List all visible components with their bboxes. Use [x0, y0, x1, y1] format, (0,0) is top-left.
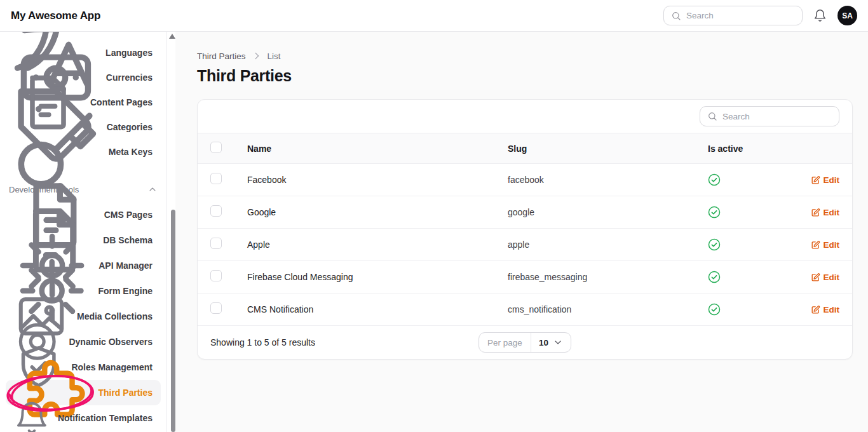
sidebar-item-label: Form Engine [98, 286, 153, 296]
edit-label: Edit [824, 208, 840, 217]
check-circle-icon [707, 205, 721, 219]
row-checkbox[interactable] [210, 173, 222, 184]
cell-name: Firebase Cloud Messaging [247, 272, 508, 282]
cell-is-active [692, 270, 768, 284]
check-circle-icon [707, 238, 721, 252]
sidebar-item-label: API Manager [98, 260, 153, 271]
edit-icon [811, 273, 820, 282]
sidebar-scrollbar-up-arrow[interactable] [169, 34, 175, 39]
table-row: Firebase Cloud Messagingfirebase_messagi… [198, 261, 852, 294]
table-row: CMS Notificationcms_notificationEdit [198, 294, 852, 326]
per-page-value: 10 [539, 338, 548, 348]
app-title: My Awesome App [11, 10, 100, 22]
cell-is-active [692, 238, 768, 252]
sidebar-item-label: DB Schema [103, 235, 153, 245]
table-search-placeholder: Search [722, 112, 750, 121]
cell-name: CMS Notification [247, 304, 508, 314]
edit-icon [811, 240, 820, 250]
chevron-up-icon [147, 184, 158, 194]
avatar[interactable]: SA [837, 6, 857, 25]
sidebar-item-label: Dynamic Observers [69, 337, 153, 347]
edit-icon [811, 305, 820, 314]
sidebar-item-label: Content Pages [90, 97, 153, 107]
edit-button[interactable]: Edit [811, 305, 840, 314]
table-card: Search Name Slug Is active Facebookfaceb… [197, 99, 853, 360]
table-row: FacebookfacebookEdit [198, 164, 852, 196]
row-checkbox[interactable] [210, 238, 222, 249]
cell-slug: firebase_messaging [508, 272, 692, 282]
table-row: AppleappleEdit [198, 229, 852, 261]
sidebar-nav-top: LanguagesCurrenciesContent PagesCategori… [0, 40, 175, 164]
sidebar-scrollbar-thumb[interactable] [171, 210, 175, 432]
column-header-name: Name [247, 144, 508, 154]
cell-slug: facebook [508, 175, 692, 185]
breadcrumb-third-parties[interactable]: Third Parties [197, 51, 246, 61]
column-header-slug: Slug [508, 144, 692, 154]
bell-icon [14, 400, 50, 432]
check-circle-icon [707, 173, 721, 187]
cell-slug: cms_notification [508, 304, 692, 314]
app-header: My Awesome App Search SA [0, 0, 868, 32]
global-search-placeholder: Search [686, 11, 714, 20]
edit-label: Edit [824, 273, 840, 282]
sidebar-item-meta-keys[interactable]: Meta Keys [6, 139, 161, 164]
sidebar-item-label: Third Parties [98, 388, 153, 398]
select-all-checkbox[interactable] [210, 142, 222, 153]
page-title: Third Parties [197, 67, 853, 85]
cell-is-active [692, 302, 768, 316]
edit-label: Edit [824, 175, 840, 185]
sidebar-item-label: Languages [105, 48, 153, 58]
edit-label: Edit [824, 240, 840, 250]
chevron-down-icon [553, 337, 563, 348]
sidebar: LanguagesCurrenciesContent PagesCategori… [0, 32, 175, 432]
chevron-right-icon [252, 51, 262, 61]
sidebar-item-label: Categories [107, 122, 153, 132]
sidebar-item-label: Meta Keys [109, 147, 153, 157]
per-page-select[interactable]: Per page 10 [478, 332, 571, 353]
breadcrumb-list: List [268, 51, 281, 61]
cell-name: Facebook [247, 175, 508, 185]
edit-button[interactable]: Edit [811, 240, 840, 250]
table-toolbar: Search [198, 100, 852, 133]
cell-is-active [692, 173, 768, 187]
notifications-bell-icon[interactable] [813, 9, 827, 22]
sidebar-item-label: Media Collections [77, 311, 153, 321]
row-checkbox[interactable] [210, 302, 222, 314]
check-circle-icon [707, 270, 721, 284]
sidebar-divider [166, 32, 167, 432]
breadcrumb: Third Parties List [197, 51, 853, 61]
chevron-right-icon [252, 51, 262, 61]
cell-name: Apple [247, 240, 508, 250]
sidebar-item-label: CMS Pages [104, 210, 153, 220]
results-summary: Showing 1 to 5 of 5 results [210, 337, 315, 348]
sidebar-item-label: Notification Templates [58, 413, 153, 423]
table-header-row: Name Slug Is active [198, 133, 852, 164]
edit-button[interactable]: Edit [811, 175, 840, 185]
row-checkbox[interactable] [210, 270, 222, 281]
bell-icon [813, 9, 827, 22]
global-search-input[interactable]: Search [663, 6, 803, 25]
edit-icon [811, 175, 820, 185]
cell-name: Google [247, 207, 508, 217]
row-checkbox[interactable] [210, 205, 222, 217]
table-body: FacebookfacebookEditGooglegoogleEditAppl… [198, 164, 852, 326]
chevron-down-icon [553, 337, 563, 348]
per-page-label: Per page [479, 333, 531, 352]
search-icon [707, 111, 717, 121]
edit-icon [811, 208, 820, 217]
edit-button[interactable]: Edit [811, 273, 840, 282]
check-circle-icon [707, 302, 721, 316]
table-search-input[interactable]: Search [700, 106, 839, 126]
sidebar-item-label: Currencies [106, 72, 153, 83]
table-row: GooglegoogleEdit [198, 196, 852, 229]
edit-button[interactable]: Edit [811, 208, 840, 217]
cell-slug: google [508, 207, 692, 217]
table-footer: Showing 1 to 5 of 5 results Per page 10 [198, 326, 852, 359]
cell-is-active [692, 205, 768, 219]
sidebar-nav-development: CMS PagesDB SchemaAPI ManagerForm Engine… [0, 202, 175, 431]
column-header-is-active: Is active [692, 144, 768, 154]
search-icon [671, 11, 681, 21]
main-content: Third Parties List Third Parties Search … [175, 32, 868, 432]
edit-label: Edit [824, 305, 840, 314]
chevron-up-icon [147, 184, 158, 194]
